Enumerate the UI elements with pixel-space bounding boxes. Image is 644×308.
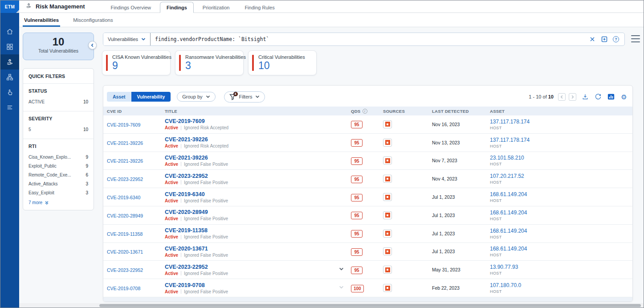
table-row[interactable]: CVE-2023-22952 CVE-2023-22952 Active Ign… — [103, 261, 632, 279]
column-header-sources[interactable]: SOURCES — [383, 109, 432, 114]
settings-gear-icon[interactable]: ⚙ — [620, 93, 628, 101]
bitsight-source-icon[interactable] — [383, 230, 392, 238]
collapse-panel-button[interactable] — [88, 41, 97, 49]
vulnerability-title-link[interactable]: CVE-2020-28949 — [165, 209, 338, 215]
next-page-button[interactable] — [569, 93, 576, 101]
quick-filter-item[interactable]: Cisa_Known_Explo... 9 — [29, 152, 88, 161]
download-icon[interactable] — [581, 93, 589, 101]
stat-card-ransomware[interactable]: Ransomware Vulnerabilities 3 — [175, 50, 244, 75]
show-more-link[interactable]: 7 more — [29, 200, 88, 205]
vulnerability-title-link[interactable]: CVE-2021-39226 — [165, 155, 338, 161]
row-expander-chevron-icon[interactable] — [338, 266, 351, 274]
cve-id-link[interactable]: CVE-2019-7609 — [107, 122, 140, 127]
table-row[interactable]: CVE-2021-39226 CVE-2021-39226 Active Ign… — [103, 134, 632, 152]
table-row[interactable]: CVE-2021-39226 CVE-2021-39226 Active Ign… — [103, 152, 632, 170]
quick-filter-item[interactable]: Easy_Exploit 3 — [29, 188, 88, 197]
asset-ip-link[interactable]: 107.180.70.0 — [490, 282, 632, 288]
app-logo[interactable]: ETM — [0, 0, 19, 13]
search-help-icon[interactable]: ? — [613, 36, 619, 42]
qds-info-icon[interactable]: i — [363, 109, 367, 114]
bitsight-source-icon[interactable] — [383, 211, 392, 219]
quick-filter-item[interactable]: ACTIVE 10 — [29, 97, 88, 106]
horizontal-scrollbar-thumb[interactable] — [99, 304, 641, 307]
view-toggle-asset[interactable]: Asset — [107, 92, 131, 102]
refresh-icon[interactable] — [594, 93, 602, 101]
cve-id-link[interactable]: CVE-2020-28949 — [107, 213, 143, 218]
vulnerability-title-link[interactable]: CVE-2021-39226 — [165, 136, 338, 143]
chart-view-icon[interactable] — [607, 93, 615, 101]
cve-id-link[interactable]: CVE-2021-39226 — [107, 140, 143, 146]
top-tab-prioritization[interactable]: Prioritization — [196, 2, 236, 12]
subtab-misconfigurations[interactable]: Misconfigurations — [72, 13, 114, 27]
cve-id-link[interactable]: CVE-2020-13671 — [107, 249, 143, 255]
top-tab-findings[interactable]: Findings — [160, 2, 194, 13]
table-row[interactable]: CVE-2019-11358 CVE-2019-11358 Active Ign… — [103, 225, 632, 243]
menu-icon[interactable] — [631, 35, 640, 42]
subtab-vulnerabilities[interactable]: Vulnerabilities — [23, 13, 60, 27]
vulnerability-title-link[interactable]: CVE-2019-0708 — [165, 282, 338, 288]
quick-filter-item[interactable]: Remote_Code_Exe... 6 — [29, 170, 88, 179]
asset-ip-link[interactable]: 168.61.149.204 — [490, 209, 632, 216]
cve-id-link[interactable]: CVE-2019-11358 — [107, 231, 143, 237]
table-row[interactable]: CVE-2019-6340 CVE-2019-6340 Active Ignor… — [103, 188, 632, 206]
table-row[interactable]: CVE-2023-22952 CVE-2023-22952 Active Ign… — [103, 170, 632, 188]
clear-search-icon[interactable] — [589, 36, 596, 43]
cve-id-link[interactable]: CVE-2021-39226 — [107, 158, 143, 164]
cve-id-link[interactable]: CVE-2019-6340 — [107, 195, 140, 200]
asset-ip-link[interactable]: 23.101.58.210 — [490, 155, 632, 161]
modules-icon[interactable] — [0, 39, 19, 54]
row-expander-chevron-icon[interactable] — [338, 284, 351, 292]
vulnerability-title-link[interactable]: CVE-2023-22952 — [165, 264, 338, 270]
table-row[interactable]: CVE-2019-7609 CVE-2019-7609 Active Ignor… — [103, 115, 632, 134]
bitsight-source-icon[interactable] — [383, 247, 392, 255]
table-row[interactable]: CVE-2020-13671 CVE-2020-13671 Active Ign… — [103, 243, 632, 261]
vulnerability-title-link[interactable]: CVE-2020-13671 — [165, 246, 338, 252]
cve-id-link[interactable]: CVE-2023-22952 — [107, 267, 143, 273]
network-icon[interactable] — [0, 70, 19, 85]
quick-filter-item[interactable]: 5 10 — [29, 125, 88, 134]
vulnerability-title-link[interactable]: CVE-2019-6340 — [165, 191, 338, 197]
bitsight-source-icon[interactable] — [383, 284, 392, 292]
column-header-cve[interactable]: CVE ID — [107, 109, 165, 114]
asset-ip-link[interactable]: 168.61.149.204 — [490, 246, 632, 252]
vulnerability-title-link[interactable]: CVE-2019-7609 — [165, 118, 338, 124]
click-select-icon[interactable] — [0, 85, 19, 100]
stat-card-critical[interactable]: Critical Vulnerabilities 10 — [248, 50, 317, 75]
bitsight-source-icon[interactable] — [383, 193, 392, 201]
bitsight-source-icon[interactable] — [383, 156, 392, 164]
risk-management-icon[interactable] — [0, 54, 19, 70]
column-header-asset[interactable]: ASSET — [490, 109, 632, 114]
add-to-search-icon[interactable] — [601, 36, 608, 43]
column-header-qds[interactable]: QDS i — [351, 109, 383, 114]
view-toggle-vulnerability[interactable]: Vulnerability — [131, 92, 171, 102]
asset-ip-link[interactable]: 13.90.77.93 — [490, 264, 632, 270]
asset-ip-link[interactable]: 107.20.217.52 — [490, 173, 632, 179]
column-header-title[interactable]: TITLE — [165, 109, 338, 114]
prev-page-button[interactable] — [558, 93, 566, 101]
home-icon[interactable] — [0, 24, 19, 39]
bitsight-source-icon[interactable] — [383, 120, 392, 128]
asset-ip-link[interactable]: 137.117.178.174 — [490, 119, 632, 125]
search-query-input[interactable] — [151, 33, 589, 45]
asset-ip-link[interactable]: 168.61.149.204 — [490, 191, 632, 197]
quick-filter-item[interactable]: Active_Attacks 3 — [29, 179, 88, 188]
vulnerability-title-link[interactable]: CVE-2023-22952 — [165, 173, 338, 179]
cve-id-link[interactable]: CVE-2019-0708 — [107, 286, 140, 291]
bitsight-source-icon[interactable] — [383, 139, 392, 147]
table-row[interactable]: CVE-2020-28949 CVE-2020-28949 Active Ign… — [103, 206, 632, 225]
quick-filter-item[interactable]: Exploit_Public 9 — [29, 161, 88, 170]
table-row[interactable]: CVE-2019-0708 CVE-2019-0708 Active Ignor… — [103, 279, 632, 297]
top-tab-finding-rules[interactable]: Finding Rules — [238, 2, 281, 12]
asset-ip-link[interactable]: 168.61.149.204 — [490, 228, 632, 234]
bitsight-source-icon[interactable] — [383, 175, 392, 183]
filters-dropdown[interactable]: 4 Filters — [224, 91, 265, 103]
stat-card-cisa[interactable]: CISA Known Vulnerabilities 9 — [102, 50, 171, 75]
vulnerability-title-link[interactable]: CVE-2019-11358 — [165, 227, 338, 234]
cve-id-link[interactable]: CVE-2023-22952 — [107, 177, 143, 182]
column-header-last-detected[interactable]: LAST DETECTED — [432, 109, 490, 114]
group-by-dropdown[interactable]: Group by — [177, 92, 215, 102]
navigation-menu-icon[interactable] — [0, 100, 19, 115]
top-tab-findings-overview[interactable]: Findings Overview — [105, 2, 157, 12]
total-vulnerabilities-card[interactable]: 10 Total Vulnerabilities — [23, 33, 94, 60]
search-scope-dropdown[interactable]: Vulnerabilities — [103, 33, 150, 45]
